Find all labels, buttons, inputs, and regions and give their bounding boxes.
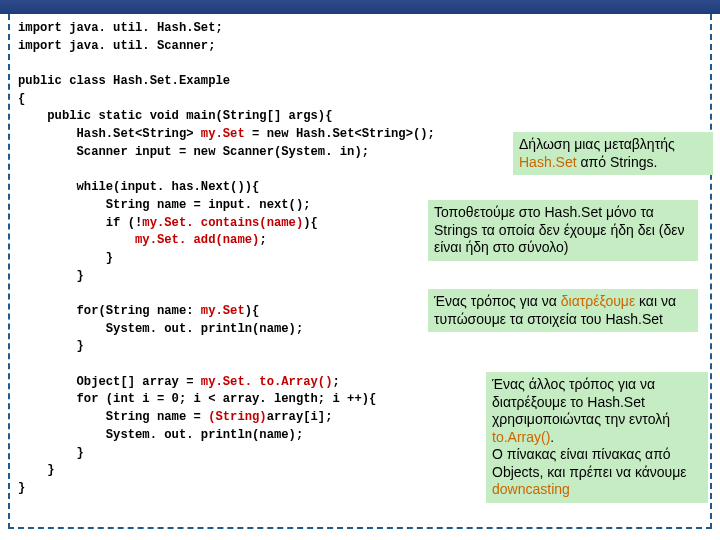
- callout-text: Τοποθετούμε στο Hash.Set μόνο τα Strings…: [434, 204, 684, 255]
- callout-text: Ένας τρόπος για να: [434, 293, 561, 309]
- code-line: public static void main(String[] args){: [18, 109, 333, 123]
- code-line: Hash.Set<String> my.Set = new Hash.Set<S…: [18, 127, 435, 141]
- callout-text: από Strings.: [577, 154, 658, 170]
- callout-declaration: Δήλωση μιας μεταβλητής Hash.Set από Stri…: [513, 132, 713, 175]
- code-line: String name = (String)array[i];: [18, 410, 333, 424]
- callout-toarray: Ένας άλλος τρόπος για να διατρέξουμε το …: [486, 372, 708, 503]
- callout-keyword: διατρέξουμε: [561, 293, 635, 309]
- code-line: }: [18, 463, 55, 477]
- slide-content: import java. util. Hash.Set; import java…: [8, 14, 712, 529]
- code-line: my.Set. add(name);: [18, 233, 267, 247]
- var-myset-iter: my.Set: [201, 304, 245, 318]
- code-line: import java. util. Hash.Set;: [18, 21, 223, 35]
- header-bar: [0, 0, 720, 14]
- callout-keyword: downcasting: [492, 481, 570, 497]
- callout-text: Ο πίνακας είναι πίνακας από Objects, και…: [492, 446, 687, 480]
- code-line: }: [18, 269, 84, 283]
- code-line: if (!my.Set. contains(name)){: [18, 216, 318, 230]
- callout-text: .: [550, 429, 554, 445]
- expr-cast: (String): [208, 410, 267, 424]
- code-line: System. out. println(name);: [18, 428, 303, 442]
- code-line: import java. util. Scanner;: [18, 39, 215, 53]
- code-line: }: [18, 251, 113, 265]
- expr-add: my.Set. add(name): [135, 233, 259, 247]
- code-line: String name = input. next();: [18, 198, 311, 212]
- expr-toarray: my.Set. to.Array(): [201, 375, 333, 389]
- code-line: }: [18, 339, 84, 353]
- expr-contains: my.Set. contains(name): [142, 216, 303, 230]
- code-line: Scanner input = new Scanner(System. in);: [18, 145, 369, 159]
- callout-text: Ένας άλλος τρόπος για να διατρέξουμε το …: [492, 376, 670, 427]
- callout-text: Δήλωση μιας μεταβλητής: [519, 136, 675, 152]
- callout-keyword: to.Array(): [492, 429, 550, 445]
- code-line: }: [18, 446, 84, 460]
- code-line: {: [18, 92, 25, 106]
- code-line: for (int i = 0; i < array. length; i ++)…: [18, 392, 376, 406]
- callout-keyword: Hash.Set: [519, 154, 577, 170]
- code-line: System. out. println(name);: [18, 322, 303, 336]
- callout-contains: Τοποθετούμε στο Hash.Set μόνο τα Strings…: [428, 200, 698, 261]
- callout-iterate: Ένας τρόπος για να διατρέξουμε και να τυ…: [428, 289, 698, 332]
- code-line: while(input. has.Next()){: [18, 180, 259, 194]
- code-line: for(String name: my.Set){: [18, 304, 259, 318]
- var-myset: my.Set: [201, 127, 245, 141]
- code-line: Object[] array = my.Set. to.Array();: [18, 375, 340, 389]
- code-line: public class Hash.Set.Example: [18, 74, 230, 88]
- code-line: }: [18, 481, 25, 495]
